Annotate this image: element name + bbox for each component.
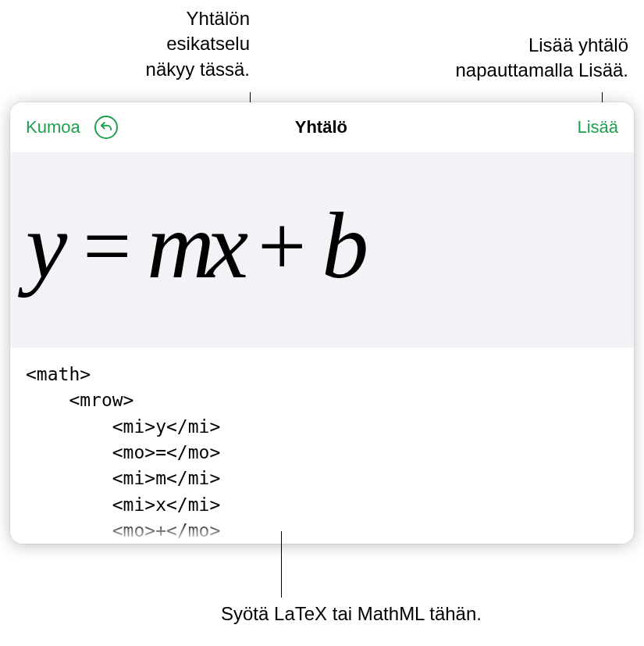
callout-input: Syötä LaTeX tai MathML tähän. bbox=[156, 601, 546, 626]
eq-op-equals: = bbox=[83, 197, 130, 296]
callout-preview-text: Yhtälön esikatselu näkyy tässä. bbox=[94, 6, 250, 82]
toolbar-right: Lisää bbox=[525, 117, 618, 137]
equation-rendered: y = mx + b bbox=[26, 192, 367, 300]
callout-insert-text: Lisää yhtälö napauttamalla Lisää. bbox=[422, 33, 628, 84]
callout-preview: Yhtälön esikatselu näkyy tässä. bbox=[94, 6, 250, 82]
eq-var-y: y bbox=[26, 192, 66, 300]
undo-icon bbox=[99, 120, 113, 134]
eq-op-plus: + bbox=[258, 197, 304, 296]
callout-input-text: Syötä LaTeX tai MathML tähän. bbox=[221, 603, 482, 624]
eq-var-b: b bbox=[322, 192, 367, 300]
eq-mx: mx bbox=[147, 192, 240, 300]
panel-title: Yhtälö bbox=[118, 117, 525, 137]
toolbar-left: Kumoa bbox=[26, 116, 118, 139]
code-input[interactable]: <math> <mrow> <mi>y</mi> <mo>=</mo> <mi>… bbox=[10, 348, 634, 544]
leader-input bbox=[281, 531, 282, 598]
toolbar: Kumoa Yhtälö Lisää bbox=[10, 102, 634, 152]
equation-editor-panel: Kumoa Yhtälö Lisää y = mx + b <math> <mr… bbox=[10, 102, 634, 544]
insert-button[interactable]: Lisää bbox=[577, 117, 618, 137]
cancel-button[interactable]: Kumoa bbox=[26, 117, 80, 137]
equation-preview: y = mx + b bbox=[10, 152, 634, 348]
callout-insert: Lisää yhtälö napauttamalla Lisää. bbox=[422, 33, 628, 84]
undo-button[interactable] bbox=[94, 116, 118, 139]
